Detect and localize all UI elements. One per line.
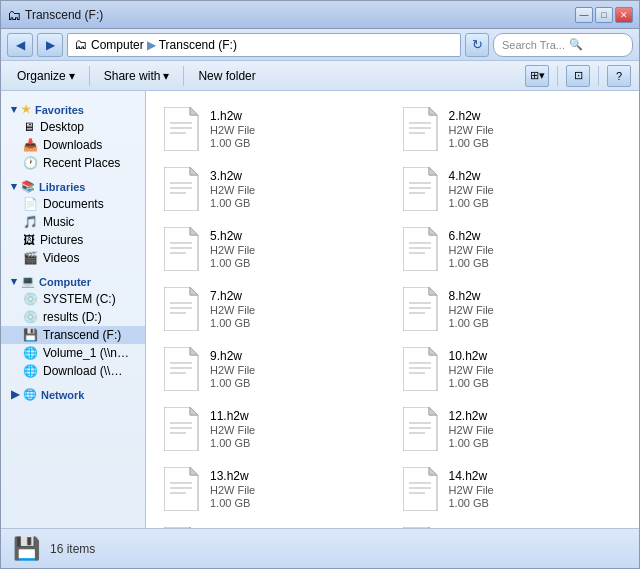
minimize-button[interactable]: — [575,7,593,23]
file-item-2[interactable]: 2.h2w H2W File 1.00 GB [393,99,632,159]
file-name-5: 5.h2w [210,229,255,243]
favorites-header[interactable]: ▾ ★ Favorites [1,99,145,118]
breadcrumb-computer[interactable]: Computer [91,38,144,52]
sidebar-download-wd-label: Download (\\WDRE... [43,364,133,378]
refresh-button[interactable]: ↻ [465,33,489,57]
sidebar-item-music[interactable]: 🎵 Music [1,213,145,231]
network-section: ▶ 🌐 Network [1,384,145,403]
breadcrumb-drive[interactable]: Transcend (F:) [159,38,237,52]
close-button[interactable]: ✕ [615,7,633,23]
help-button[interactable]: ? [607,65,631,87]
network-label: Network [41,389,84,401]
sidebar-documents-label: Documents [43,197,104,211]
svg-marker-51 [190,407,198,415]
network-header[interactable]: ▶ 🌐 Network [1,384,145,403]
file-info-8: 8.h2w H2W File 1.00 GB [449,289,494,329]
file-item-8[interactable]: 8.h2w H2W File 1.00 GB [393,279,632,339]
recent-icon: 🕐 [23,156,38,170]
back-button[interactable]: ◀ [7,33,33,57]
file-type-14: H2W File [449,484,494,496]
window-icon: 🗂 [7,7,21,23]
file-icon-14 [401,465,441,513]
file-item-3[interactable]: 3.h2w H2W File 1.00 GB [154,159,393,219]
file-size-4: 1.00 GB [449,197,494,209]
libraries-header[interactable]: ▾ 📚 Libraries [1,176,145,195]
file-item-16[interactable]: 16.h2w H2W File 103 MB [393,519,632,528]
sidebar-item-download-wd[interactable]: 🌐 Download (\\WDRE... [1,362,145,380]
sidebar-desktop-label: Desktop [40,120,84,134]
file-name-8: 8.h2w [449,289,494,303]
file-size-5: 1.00 GB [210,257,255,269]
file-item-14[interactable]: 14.h2w H2W File 1.00 GB [393,459,632,519]
file-item-1[interactable]: 1.h2w H2W File 1.00 GB [154,99,393,159]
file-item-5[interactable]: 5.h2w H2W File 1.00 GB [154,219,393,279]
new-folder-label: New folder [198,69,255,83]
file-type-9: H2W File [210,364,255,376]
svg-marker-46 [429,347,437,355]
search-icon: 🔍 [569,38,583,51]
file-area: 1.h2w H2W File 1.00 GB 2.h2w H2W File 1.… [146,91,639,528]
file-name-10: 10.h2w [449,349,494,363]
file-type-2: H2W File [449,124,494,136]
sidebar-item-videos[interactable]: 🎬 Videos [1,249,145,267]
sidebar-results-d-label: results (D:) [43,310,102,324]
large-icons-button[interactable]: ⊡ [566,65,590,87]
network-drive-1-icon: 🌐 [23,346,38,360]
sidebar-item-system-c[interactable]: 💿 SYSTEM (C:) [1,290,145,308]
sidebar-item-volume1[interactable]: 🌐 Volume_1 (\\nas-m... [1,344,145,362]
svg-marker-36 [429,287,437,295]
file-item-4[interactable]: 4.h2w H2W File 1.00 GB [393,159,632,219]
file-item-9[interactable]: 9.h2w H2W File 1.00 GB [154,339,393,399]
file-type-10: H2W File [449,364,494,376]
file-name-6: 6.h2w [449,229,494,243]
computer-header[interactable]: ▾ 💻 Computer [1,271,145,290]
file-item-15[interactable]: 15.h2w H2W File 1.00 GB [154,519,393,528]
sidebar-item-downloads[interactable]: 📥 Downloads [1,136,145,154]
file-name-9: 9.h2w [210,349,255,363]
search-bar[interactable]: Search Tra... 🔍 [493,33,633,57]
file-name-14: 14.h2w [449,469,494,483]
breadcrumb[interactable]: 🗂 Computer ▶ Transcend (F:) [67,33,461,57]
file-type-12: H2W File [449,424,494,436]
network-collapse-icon: ▶ [11,388,19,401]
file-info-3: 3.h2w H2W File 1.00 GB [210,169,255,209]
file-item-13[interactable]: 13.h2w H2W File 1.00 GB [154,459,393,519]
file-item-10[interactable]: 10.h2w H2W File 1.00 GB [393,339,632,399]
address-bar: ◀ ▶ 🗂 Computer ▶ Transcend (F:) ↻ Search… [1,29,639,61]
svg-marker-26 [429,227,437,235]
file-icon-6 [401,225,441,273]
sidebar-music-label: Music [43,215,74,229]
share-label: Share with [104,69,161,83]
file-icon-12 [401,405,441,453]
file-size-7: 1.00 GB [210,317,255,329]
forward-button[interactable]: ▶ [37,33,63,57]
file-icon-11 [162,405,202,453]
sidebar-item-results-d[interactable]: 💿 results (D:) [1,308,145,326]
file-item-6[interactable]: 6.h2w H2W File 1.00 GB [393,219,632,279]
organize-dropdown-icon: ▾ [69,69,75,83]
maximize-button[interactable]: □ [595,7,613,23]
drive-d-icon: 💿 [23,310,38,324]
sidebar-item-pictures[interactable]: 🖼 Pictures [1,231,145,249]
new-folder-button[interactable]: New folder [190,64,263,88]
sidebar-item-documents[interactable]: 📄 Documents [1,195,145,213]
file-item-12[interactable]: 12.h2w H2W File 1.00 GB [393,399,632,459]
sidebar-item-recent-places[interactable]: 🕐 Recent Places [1,154,145,172]
file-type-5: H2W File [210,244,255,256]
sidebar-item-transcend-f[interactable]: 💾 Transcend (F:) [1,326,145,344]
file-type-8: H2W File [449,304,494,316]
view-options-button[interactable]: ⊞▾ [525,65,549,87]
share-button[interactable]: Share with ▾ [96,64,178,88]
file-info-9: 9.h2w H2W File 1.00 GB [210,349,255,389]
large-icons-icon: ⊡ [574,69,583,82]
file-info-11: 11.h2w H2W File 1.00 GB [210,409,255,449]
search-placeholder: Search Tra... [502,39,565,51]
toolbar-separator-2 [183,66,184,86]
file-type-7: H2W File [210,304,255,316]
file-item-7[interactable]: 7.h2w H2W File 1.00 GB [154,279,393,339]
network-drive-2-icon: 🌐 [23,364,38,378]
file-item-11[interactable]: 11.h2w H2W File 1.00 GB [154,399,393,459]
organize-button[interactable]: Organize ▾ [9,64,83,88]
sidebar-item-desktop[interactable]: 🖥 Desktop [1,118,145,136]
window-title: Transcend (F:) [25,8,103,22]
